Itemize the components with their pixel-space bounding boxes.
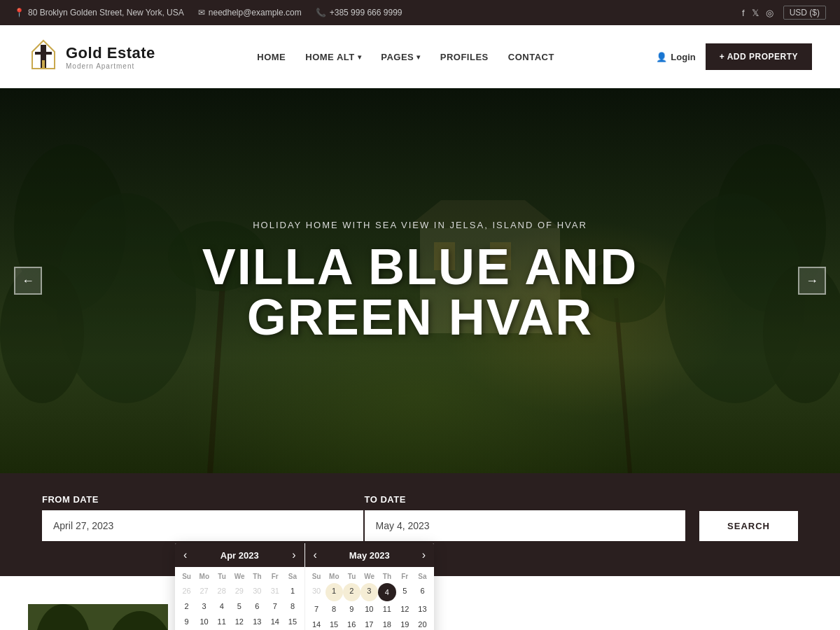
email-text: needhelp@example.com: [209, 8, 302, 18]
top-bar-left: 📍 80 Broklyn Golden Street, New York, US…: [14, 8, 402, 18]
instagram-icon[interactable]: ◎: [766, 8, 774, 18]
day-name-fr: Fr: [266, 570, 284, 583]
cal-day[interactable]: 12: [230, 614, 248, 629]
cal-day[interactable]: 30: [308, 583, 326, 601]
april-month-label: Apr 2023: [220, 550, 259, 561]
cal-day[interactable]: 29: [230, 583, 248, 598]
chevron-down-icon: ▾: [358, 53, 362, 61]
nav-home-alt[interactable]: HOME ALT ▾: [305, 52, 361, 62]
top-bar: 📍 80 Broklyn Golden Street, New York, US…: [0, 0, 840, 25]
email-icon: ✉: [198, 8, 205, 18]
logo[interactable]: Gold Estate Modern Apartment: [28, 39, 155, 74]
cal-day[interactable]: 4: [213, 598, 230, 614]
cal-day[interactable]: 7: [266, 598, 284, 614]
nav-profiles[interactable]: PROFILES: [440, 52, 489, 62]
hero-next-button[interactable]: →: [798, 267, 826, 295]
cal-day[interactable]: 15: [326, 617, 343, 630]
may-header: ‹ May 2023 ›: [305, 543, 435, 567]
nav-contact[interactable]: CONTACT: [508, 52, 554, 62]
phone-text: +385 999 666 9999: [330, 8, 402, 18]
cal-day[interactable]: 1: [326, 583, 343, 601]
svg-rect-2: [42, 60, 45, 69]
address-text: 80 Broklyn Golden Street, New York, USA: [28, 8, 184, 18]
hero-title-line1: VILLA BLUE AND: [202, 241, 638, 292]
header-right: 👤 Login + ADD PROPERTY: [656, 43, 812, 70]
phone-icon: 📞: [316, 8, 326, 18]
cal-day[interactable]: 7: [308, 601, 326, 617]
logo-text: Gold Estate Modern Apartment: [66, 44, 155, 70]
user-icon: 👤: [656, 52, 667, 62]
main-nav: HOME HOME ALT ▾ PAGES ▾ PROFILES CONTACT: [257, 52, 554, 62]
cal-day[interactable]: 3: [360, 583, 378, 601]
cal-day[interactable]: 8: [326, 601, 343, 617]
may-prev-button[interactable]: ‹: [314, 549, 317, 561]
cal-day[interactable]: 13: [414, 601, 431, 617]
top-bar-right: f 𝕏 ◎ USD ($): [742, 6, 826, 20]
cal-day[interactable]: 6: [248, 598, 266, 614]
to-date-input[interactable]: [365, 510, 686, 541]
cal-day[interactable]: 27: [195, 583, 213, 598]
cal-day[interactable]: 28: [213, 583, 230, 598]
hero-content: HOLIDAY HOME WITH SEA VIEW IN JELSA, ISL…: [202, 220, 638, 342]
nav-pages[interactable]: PAGES ▾: [381, 52, 421, 62]
add-property-button[interactable]: + ADD PROPERTY: [706, 43, 812, 70]
login-button[interactable]: 👤 Login: [656, 52, 695, 62]
hero-section: ← → HOLIDAY HOME WITH SEA VIEW IN JELSA,…: [0, 88, 840, 473]
cal-day[interactable]: 11: [378, 601, 396, 617]
cal-day[interactable]: 10: [195, 614, 213, 629]
login-label: Login: [671, 52, 695, 62]
search-section: From Date To Date SEARCH ‹ Apr 2023 › Su: [0, 473, 840, 576]
cal-day[interactable]: 2: [343, 583, 360, 601]
twitter-icon[interactable]: 𝕏: [752, 8, 759, 18]
cal-day[interactable]: 6: [414, 583, 431, 601]
hero-title-line2: GREEN HVAR: [202, 292, 638, 342]
day-name-sa: Sa: [414, 570, 431, 583]
from-date-input[interactable]: [42, 510, 363, 541]
cal-day[interactable]: 1: [284, 583, 301, 598]
cal-day[interactable]: 3: [195, 598, 213, 614]
day-name-we: We: [360, 570, 378, 583]
facebook-icon[interactable]: f: [742, 8, 745, 18]
phone-item: 📞 +385 999 666 9999: [316, 8, 402, 18]
cal-day[interactable]: 18: [378, 617, 396, 630]
cal-day[interactable]: 15: [284, 614, 301, 629]
cal-day[interactable]: 2: [178, 598, 195, 614]
april-day-names: Su Mo Tu We Th Fr Sa: [178, 570, 302, 583]
cal-day[interactable]: 19: [396, 617, 414, 630]
april-days: 26 27 28 29 30 31 1 2 3 4 5 6 7: [178, 583, 302, 630]
search-button[interactable]: SEARCH: [699, 511, 798, 541]
may-days: 30 1 2 3 4 5 6 7 8 9 10 11 12 1: [308, 583, 432, 630]
cal-day[interactable]: 31: [266, 583, 284, 598]
cal-day[interactable]: 30: [248, 583, 266, 598]
day-name-tu: Tu: [213, 570, 230, 583]
april-prev-button[interactable]: ‹: [183, 549, 187, 561]
day-name-tu: Tu: [343, 570, 360, 583]
day-name-mo: Mo: [326, 570, 343, 583]
cal-day[interactable]: 10: [360, 601, 378, 617]
day-name-mo: Mo: [195, 570, 213, 583]
cal-day-selected[interactable]: 4: [378, 583, 396, 601]
cal-day[interactable]: 12: [396, 601, 414, 617]
cal-day[interactable]: 8: [284, 598, 301, 614]
april-next-button[interactable]: ›: [292, 549, 295, 561]
day-name-su: Su: [308, 570, 326, 583]
cal-day[interactable]: 26: [178, 583, 195, 598]
hero-prev-button[interactable]: ←: [14, 267, 42, 295]
cal-day[interactable]: 16: [343, 617, 360, 630]
hero-title: VILLA BLUE AND GREEN HVAR: [202, 241, 638, 342]
cal-day[interactable]: 14: [266, 614, 284, 629]
cal-day[interactable]: 13: [248, 614, 266, 629]
cal-day[interactable]: 14: [308, 617, 326, 630]
cal-day[interactable]: 5: [230, 598, 248, 614]
cal-day[interactable]: 5: [396, 583, 414, 601]
social-icons: f 𝕏 ◎: [742, 8, 774, 18]
cal-day[interactable]: 20: [414, 617, 431, 630]
cal-day[interactable]: 9: [343, 601, 360, 617]
may-next-button[interactable]: ›: [422, 549, 426, 561]
to-date-label: To Date: [365, 494, 686, 505]
currency-selector[interactable]: USD ($): [783, 6, 826, 20]
cal-day[interactable]: 11: [213, 614, 230, 629]
cal-day[interactable]: 9: [178, 614, 195, 629]
cal-day[interactable]: 17: [360, 617, 378, 630]
nav-home[interactable]: HOME: [257, 52, 286, 62]
